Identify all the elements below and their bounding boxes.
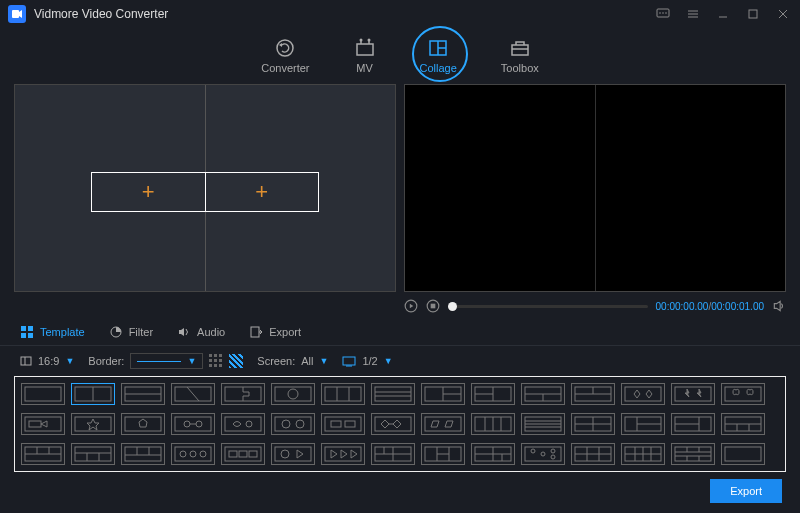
svg-point-149	[541, 452, 545, 456]
template-item[interactable]	[371, 383, 415, 405]
svg-rect-168	[725, 447, 761, 461]
subtab-label: Export	[269, 326, 301, 338]
tab-label: Toolbox	[501, 62, 539, 74]
page-control[interactable]: 1/2 ▼	[342, 355, 392, 367]
template-item[interactable]	[521, 383, 565, 405]
svg-rect-90	[425, 417, 461, 431]
template-item[interactable]	[621, 413, 665, 435]
template-item[interactable]	[471, 413, 515, 435]
template-item[interactable]	[471, 443, 515, 465]
template-item[interactable]	[121, 413, 165, 435]
subtab-template[interactable]: Template	[20, 325, 85, 339]
template-item[interactable]	[271, 413, 315, 435]
template-item[interactable]	[71, 383, 115, 405]
template-item[interactable]	[721, 383, 765, 405]
template-item[interactable]	[671, 443, 715, 465]
template-item[interactable]	[371, 413, 415, 435]
app-title: Vidmore Video Converter	[34, 7, 168, 21]
svg-rect-28	[21, 326, 26, 331]
svg-marker-67	[634, 390, 640, 398]
template-item[interactable]	[121, 383, 165, 405]
maximize-icon[interactable]	[744, 5, 762, 23]
template-item[interactable]	[421, 443, 465, 465]
subtab-export[interactable]: Export	[249, 325, 301, 339]
template-item[interactable]	[321, 413, 365, 435]
svg-point-83	[282, 420, 290, 428]
screen-control: Screen: All ▼	[257, 355, 328, 367]
screen-label: Screen:	[257, 355, 295, 367]
border-style-select[interactable]: ▼	[130, 353, 203, 369]
feedback-icon[interactable]	[654, 5, 672, 23]
aspect-select[interactable]: 16:9 ▼	[20, 355, 74, 367]
template-item[interactable]	[721, 443, 765, 465]
tab-toolbox[interactable]: Toolbox	[495, 36, 545, 76]
template-item[interactable]	[221, 383, 265, 405]
template-item[interactable]	[521, 413, 565, 435]
add-cell-left[interactable]: +	[92, 173, 206, 211]
add-frame: + +	[91, 172, 319, 212]
svg-rect-31	[28, 333, 33, 338]
template-item[interactable]	[121, 443, 165, 465]
add-cell-right[interactable]: +	[206, 173, 319, 211]
progress-bar[interactable]	[448, 305, 648, 308]
template-item[interactable]	[571, 413, 615, 435]
stop-button[interactable]	[426, 299, 440, 313]
template-item[interactable]	[21, 413, 65, 435]
template-item[interactable]	[71, 413, 115, 435]
template-item[interactable]	[271, 383, 315, 405]
svg-rect-128	[225, 447, 261, 461]
template-item[interactable]	[171, 383, 215, 405]
template-item[interactable]	[721, 413, 765, 435]
svg-rect-80	[225, 417, 261, 431]
template-item[interactable]	[171, 413, 215, 435]
template-item[interactable]	[621, 383, 665, 405]
template-item[interactable]	[71, 443, 115, 465]
subtab-filter[interactable]: Filter	[109, 325, 153, 339]
volume-icon[interactable]	[772, 299, 786, 313]
grid-icon[interactable]	[209, 354, 223, 368]
template-item[interactable]	[421, 383, 465, 405]
tab-label: MV	[356, 62, 373, 74]
template-item[interactable]	[21, 383, 65, 405]
template-item[interactable]	[671, 413, 715, 435]
svg-point-4	[665, 12, 667, 14]
aspect-value: 16:9	[38, 355, 59, 367]
screen-select[interactable]: All ▼	[301, 355, 328, 367]
close-icon[interactable]	[774, 5, 792, 23]
svg-rect-116	[75, 447, 111, 461]
collage-canvas[interactable]: + +	[14, 84, 396, 292]
menu-icon[interactable]	[684, 5, 702, 23]
tab-converter[interactable]: Converter	[255, 36, 315, 76]
subtab-audio[interactable]: Audio	[177, 325, 225, 339]
svg-rect-71	[25, 417, 61, 431]
svg-point-126	[190, 451, 196, 457]
template-item[interactable]	[421, 413, 465, 435]
template-item[interactable]	[471, 383, 515, 405]
template-item[interactable]	[221, 413, 265, 435]
main-tabs: Converter MV Collage Toolbox	[0, 28, 800, 84]
template-item[interactable]	[221, 443, 265, 465]
svg-point-2	[659, 12, 661, 14]
template-item[interactable]	[171, 443, 215, 465]
preview-panel	[404, 84, 786, 292]
play-button[interactable]	[404, 299, 418, 313]
template-item[interactable]	[671, 383, 715, 405]
template-item[interactable]	[271, 443, 315, 465]
tab-collage[interactable]: Collage	[414, 36, 463, 76]
template-item[interactable]	[321, 443, 365, 465]
svg-rect-82	[275, 417, 311, 431]
minimize-icon[interactable]	[714, 5, 732, 23]
template-item[interactable]	[521, 443, 565, 465]
svg-rect-0	[12, 10, 19, 18]
template-item[interactable]	[21, 443, 65, 465]
export-button[interactable]: Export	[710, 479, 782, 503]
template-item[interactable]	[571, 443, 615, 465]
template-icon	[20, 325, 34, 339]
hatch-icon[interactable]	[229, 354, 243, 368]
tab-mv[interactable]: MV	[348, 36, 382, 76]
template-item[interactable]	[621, 443, 665, 465]
svg-rect-38	[25, 387, 61, 401]
template-item[interactable]	[571, 383, 615, 405]
template-item[interactable]	[371, 443, 415, 465]
template-item[interactable]	[321, 383, 365, 405]
